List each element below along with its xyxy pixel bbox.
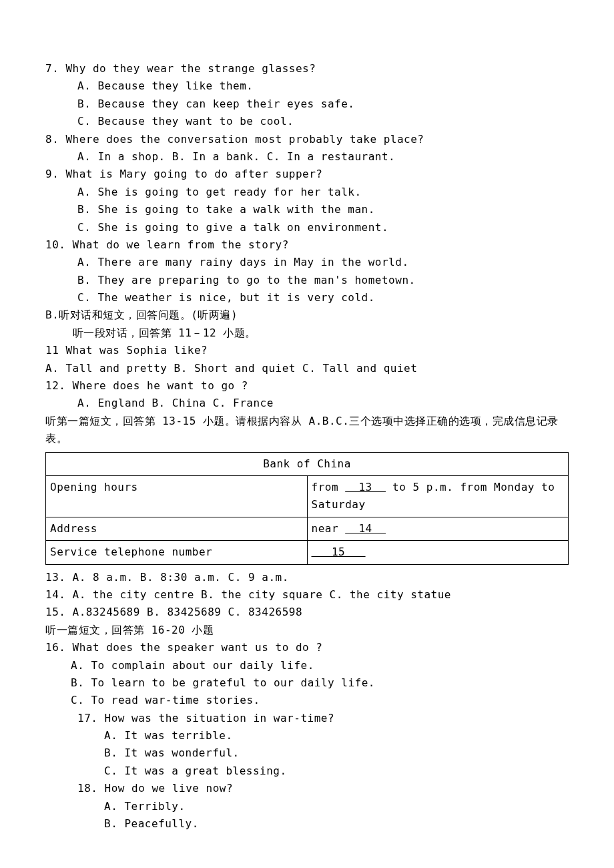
option-a: A. It was terrible.	[104, 727, 569, 744]
option-c: C. She is going to give a talk on enviro…	[77, 219, 569, 236]
value-text: near	[312, 522, 346, 535]
question-9: 9. What is Mary going to do after supper…	[45, 166, 569, 236]
question-12: 12. Where does he want to go ? A. Englan…	[45, 377, 569, 413]
option-a: A. Terribly.	[104, 798, 569, 815]
table-row-label: Opening hours	[46, 475, 308, 517]
table-row-value: 15	[307, 541, 569, 564]
options-inline: A. Tall and pretty B. Short and quiet C.…	[45, 360, 569, 377]
table-row-label: Service telephone number	[46, 541, 308, 564]
question-text: 9. What is Mary going to do after supper…	[45, 166, 569, 183]
question-13: 13. A. 8 a.m. B. 8:30 a.m. C. 9 a.m.	[45, 569, 569, 586]
value-text: from	[312, 481, 346, 493]
option-b: B. She is going to take a walk with the …	[77, 201, 569, 218]
option-b: B. To learn to be grateful to our daily …	[71, 674, 569, 692]
option-a: A. She is going to get ready for her tal…	[77, 184, 569, 201]
document-body: 7. Why do they wear the strange glasses?…	[45, 60, 569, 833]
question-18: 18. How do we live now?	[45, 780, 569, 797]
fill-blank: 14	[345, 522, 386, 535]
table-row-label: Address	[46, 517, 308, 540]
question-text: 18. How do we live now?	[77, 780, 569, 797]
table-row-value: from 13 to 5 p.m. from Monday to Saturda…	[307, 475, 569, 517]
option-c: C. The weather is nice, but it is very c…	[77, 289, 569, 306]
question-8: 8. Where does the conversation most prob…	[45, 131, 569, 166]
option-b: B. It was wonderful.	[104, 744, 569, 762]
section-b-sub: 听一段对话，回答第 11－12 小题。	[45, 324, 569, 342]
question-11: 11 What was Sophia like? A. Tall and pre…	[45, 342, 569, 377]
passage-1-instruction: 听第一篇短文，回答第 13-15 小题。请根据内容从 A.B.C.三个选项中选择…	[45, 413, 569, 448]
info-table: Bank of China Opening hours from 13 to 5…	[45, 452, 569, 565]
option-a: A. To complain about our daily life.	[71, 657, 569, 674]
table-header: Bank of China	[46, 452, 569, 475]
question-text: 7. Why do they wear the strange glasses?	[45, 60, 569, 77]
question-text: 10. What do we learn from the story?	[45, 236, 569, 254]
table-row-value: near 14	[307, 517, 569, 540]
option-c: C. It was a great blessing.	[104, 763, 569, 780]
option-b: B. They are preparing to go to the man's…	[77, 272, 569, 289]
option-c: C. To read war-time stories.	[71, 692, 569, 709]
question-text: 16. What does the speaker want us to do …	[45, 639, 569, 656]
fill-blank: 13	[345, 481, 386, 493]
question-16: 16. What does the speaker want us to do …	[45, 639, 569, 710]
question-text: 17. How was the situation in war-time?	[77, 710, 569, 727]
options-inline: A. In a shop. B. In a bank. C. In a rest…	[45, 148, 569, 166]
option-a: A. Because they like them.	[77, 77, 569, 95]
question-17: 17. How was the situation in war-time?	[45, 710, 569, 727]
question-text: 11 What was Sophia like?	[45, 342, 569, 359]
question-15: 15. A.83245689 B. 83425689 C. 83426598	[45, 604, 569, 621]
passage-2-instruction: 听一篇短文，回答第 16-20 小题	[45, 622, 569, 639]
option-b: B. Because they can keep their eyes safe…	[77, 95, 569, 113]
question-7: 7. Why do they wear the strange glasses?…	[45, 60, 569, 131]
question-10: 10. What do we learn from the story? A. …	[45, 236, 569, 307]
question-text: 8. Where does the conversation most prob…	[45, 131, 569, 148]
question-14: 14. A. the city centre B. the city squar…	[45, 586, 569, 604]
section-b-header: B.听对话和短文，回答问题。(听两遍)	[45, 306, 569, 324]
options-inline: A. England B. China C. France	[45, 395, 569, 412]
option-a: A. There are many rainy days in May in t…	[77, 254, 569, 271]
fill-blank: 15	[312, 546, 366, 558]
option-b: B. Peacefully.	[104, 815, 569, 833]
question-text: 12. Where does he want to go ?	[45, 377, 569, 395]
option-c: C. Because they want to be cool.	[77, 113, 569, 130]
